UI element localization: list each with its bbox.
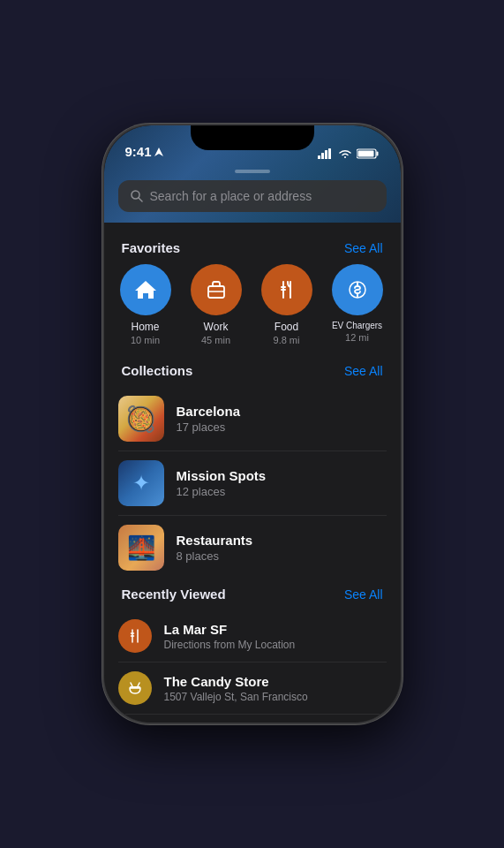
vol-down-button[interactable] xyxy=(102,302,103,351)
lamar-sub: Directions from My Location xyxy=(164,639,387,651)
recently-viewed-list: La Mar SF Directions from My Location xyxy=(104,610,401,723)
basket-icon xyxy=(127,680,143,696)
briefcase-icon xyxy=(205,278,228,301)
recent-candy[interactable]: The Candy Store 1507 Vallejo St, San Fra… xyxy=(118,662,387,715)
recently-viewed-header: Recently Viewed See All xyxy=(104,579,401,610)
search-container: Search for a place or address xyxy=(118,180,387,212)
favorites-title: Favorites xyxy=(122,240,181,255)
phone-wrapper: 9:41 xyxy=(102,124,402,724)
lamar-icon xyxy=(118,619,152,653)
barcelona-info: Barcelona 17 places xyxy=(177,404,387,434)
collections-title: Collections xyxy=(122,363,193,378)
favorite-food[interactable]: Food 9.8 mi xyxy=(260,264,314,345)
recent-stonemill[interactable]: Stonemill Matcha 561 Valencia St, San Fr… xyxy=(118,715,387,723)
favorite-work[interactable]: Work 45 min xyxy=(189,264,244,345)
content-area: Favorites See All Home 10 mi xyxy=(104,223,401,723)
candy-sub: 1507 Vallejo St, San Francisco xyxy=(164,691,387,703)
collection-barcelona[interactable]: Barcelona 17 places xyxy=(118,387,387,451)
phone-shell: 9:41 xyxy=(102,124,402,724)
fork-knife-icon xyxy=(127,628,143,644)
food-icon-circle xyxy=(261,264,312,315)
svg-rect-2 xyxy=(321,153,324,159)
scroll-content: Favorites See All Home 10 mi xyxy=(104,223,401,723)
work-sublabel: 45 min xyxy=(201,335,230,345)
location-arrow-icon xyxy=(154,148,163,156)
vol-up-button[interactable] xyxy=(102,245,103,293)
search-placeholder: Search for a place or address xyxy=(150,189,312,203)
screen: 9:41 xyxy=(104,125,401,723)
candy-icon xyxy=(118,671,152,705)
wifi-icon xyxy=(338,148,352,159)
restaurants-count: 8 places xyxy=(177,549,387,563)
ev-label: EV Chargers xyxy=(332,321,382,330)
work-label: Work xyxy=(204,321,229,333)
collections-list: Barcelona 17 places Mission Spots 12 pla… xyxy=(104,387,401,579)
work-icon-circle xyxy=(191,264,242,315)
favorite-ev[interactable]: EV Chargers 12 mi xyxy=(330,264,385,345)
mission-count: 12 places xyxy=(177,485,387,498)
barcelona-count: 17 places xyxy=(177,420,387,434)
home-sublabel: 10 min xyxy=(131,335,160,345)
svg-rect-23 xyxy=(130,686,140,688)
restaurants-info: Restaurants 8 places xyxy=(177,533,387,563)
ev-sublabel: 12 mi xyxy=(345,332,369,343)
barcelona-name: Barcelona xyxy=(177,404,387,419)
status-icons xyxy=(318,148,380,159)
collections-see-all[interactable]: See All xyxy=(344,364,383,378)
food-sublabel: 9.8 mi xyxy=(274,335,300,345)
ev-icon-circle xyxy=(332,264,383,315)
status-time: 9:41 xyxy=(125,144,163,159)
svg-line-25 xyxy=(138,683,139,686)
favorite-home[interactable]: Home 10 min xyxy=(118,264,173,345)
power-button[interactable] xyxy=(402,258,402,324)
food-label: Food xyxy=(275,321,298,333)
home-label: Home xyxy=(131,321,159,333)
notch xyxy=(191,125,314,150)
restaurants-thumb xyxy=(118,525,164,571)
lamar-name: La Mar SF xyxy=(164,622,387,637)
favorites-list: Home 10 min xyxy=(104,264,401,356)
mission-thumb xyxy=(118,460,164,506)
mission-info: Mission Spots 12 places xyxy=(177,468,387,498)
svg-line-24 xyxy=(131,683,132,686)
ev-icon xyxy=(347,279,368,300)
restaurants-name: Restaurants xyxy=(177,533,387,548)
home-icon xyxy=(133,277,158,302)
recently-viewed-see-all[interactable]: See All xyxy=(344,587,383,602)
svg-rect-6 xyxy=(376,152,378,156)
food-icon xyxy=(276,279,297,300)
favorites-see-all[interactable]: See All xyxy=(344,241,383,255)
svg-rect-3 xyxy=(325,150,327,159)
battery-icon xyxy=(357,148,380,159)
recent-lamar[interactable]: La Mar SF Directions from My Location xyxy=(118,610,387,662)
svg-rect-7 xyxy=(357,151,373,157)
signal-icon xyxy=(318,148,334,159)
svg-rect-1 xyxy=(318,155,320,159)
slide-indicator[interactable] xyxy=(235,170,270,173)
svg-marker-0 xyxy=(154,148,163,156)
collection-mission[interactable]: Mission Spots 12 places xyxy=(118,451,387,516)
recently-viewed-title: Recently Viewed xyxy=(122,587,226,602)
mission-name: Mission Spots xyxy=(177,468,387,483)
favorites-header: Favorites See All xyxy=(104,233,401,264)
lamar-info: La Mar SF Directions from My Location xyxy=(164,622,387,651)
search-icon xyxy=(131,190,143,202)
home-icon-circle xyxy=(120,264,171,315)
collection-restaurants[interactable]: Restaurants 8 places xyxy=(118,516,387,579)
barcelona-thumb xyxy=(118,396,164,442)
search-bar[interactable]: Search for a place or address xyxy=(118,180,387,212)
collections-header: Collections See All xyxy=(104,356,401,387)
svg-rect-4 xyxy=(328,148,331,159)
candy-info: The Candy Store 1507 Vallejo St, San Fra… xyxy=(164,674,387,703)
candy-name: The Candy Store xyxy=(164,674,387,689)
svg-line-9 xyxy=(139,198,142,201)
